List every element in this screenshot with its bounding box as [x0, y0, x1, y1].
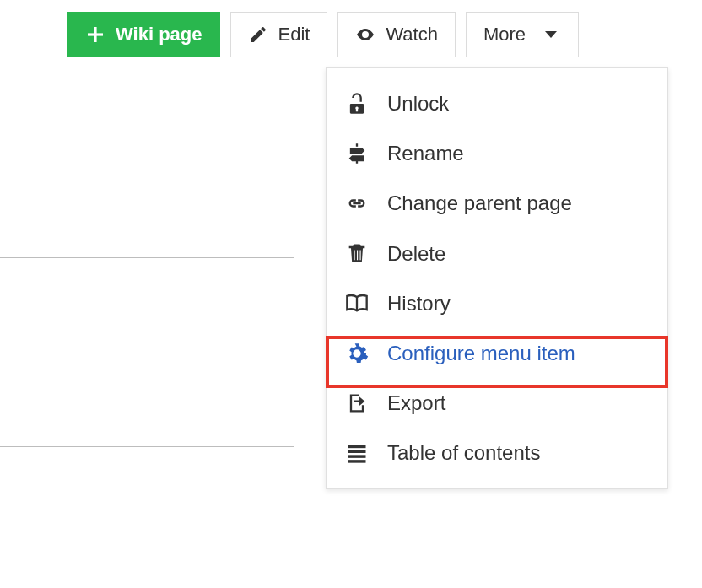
more-label: More — [483, 25, 526, 44]
menu-item-unlock[interactable]: Unlock — [327, 78, 667, 128]
menu-item-label: Rename — [387, 140, 464, 166]
menu-item-configure[interactable]: Configure menu item — [327, 328, 667, 378]
menu-item-toc[interactable]: Table of contents — [327, 428, 667, 477]
menu-item-label: History — [387, 290, 451, 316]
book-icon — [345, 291, 369, 315]
menu-item-change-parent[interactable]: Change parent page — [327, 178, 667, 228]
divider-line-2 — [0, 446, 294, 447]
svg-rect-7 — [348, 460, 366, 463]
menu-item-label: Export — [387, 390, 446, 416]
edit-button[interactable]: Edit — [230, 12, 328, 57]
more-button[interactable]: More — [466, 12, 579, 57]
menu-item-export[interactable]: Export — [327, 378, 667, 428]
trash-icon — [345, 241, 369, 265]
link-icon — [345, 192, 369, 215]
menu-item-label: Table of contents — [387, 440, 540, 466]
pencil-icon — [248, 24, 268, 45]
svg-rect-4 — [348, 445, 366, 449]
menu-item-history[interactable]: History — [327, 278, 667, 328]
svg-point-2 — [364, 33, 367, 36]
export-icon — [345, 391, 369, 415]
menu-item-label: Delete — [387, 240, 446, 267]
plus-icon — [85, 24, 105, 45]
more-dropdown: Unlock Rename Change parent page Delete — [326, 67, 668, 489]
gear-icon — [345, 342, 369, 365]
caret-down-icon — [541, 24, 561, 45]
menu-item-label: Configure menu item — [387, 340, 575, 366]
wiki-page-button[interactable]: Wiki page — [68, 12, 220, 57]
list-icon — [345, 441, 369, 465]
wiki-page-label: Wiki page — [116, 25, 202, 44]
menu-item-label: Unlock — [387, 90, 449, 116]
toolbar: Wiki page Edit Watch More — [0, 0, 702, 57]
menu-item-delete[interactable]: Delete — [327, 229, 667, 278]
menu-item-label: Change parent page — [387, 190, 572, 216]
eye-icon — [355, 24, 375, 45]
divider-line-1 — [0, 257, 294, 258]
signpost-icon — [345, 142, 369, 165]
watch-button[interactable]: Watch — [338, 12, 456, 57]
edit-label: Edit — [278, 25, 310, 44]
svg-rect-6 — [348, 455, 366, 458]
menu-item-rename[interactable]: Rename — [327, 128, 667, 178]
svg-rect-5 — [348, 450, 366, 453]
unlock-icon — [345, 92, 369, 116]
watch-label: Watch — [386, 25, 438, 44]
